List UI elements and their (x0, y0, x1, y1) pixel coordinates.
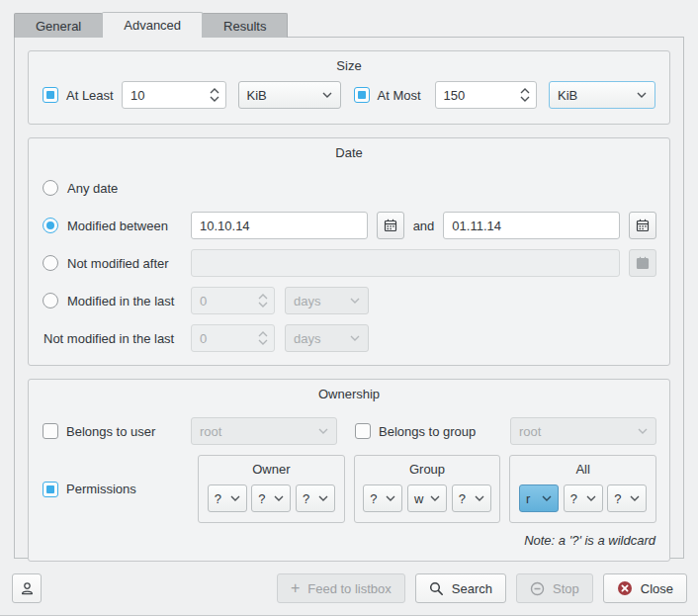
close-label: Close (641, 581, 673, 596)
any-date-radio[interactable] (43, 180, 58, 196)
advanced-tab-panel: Size At Least KiB (14, 37, 684, 559)
belongs-to-group-combo: root (510, 417, 656, 445)
tab-advanced[interactable]: Advanced (102, 12, 203, 38)
owner-exec-value: ? (303, 491, 309, 506)
ownership-groupbox: Ownership Belongs to user root Belongs t… (28, 379, 670, 562)
wildcard-note: Note: a '?' is a wildcard (29, 533, 655, 548)
tab-general[interactable]: General (14, 13, 103, 38)
modified-between-label: Modified between (67, 219, 168, 233)
belongs-to-user-value: root (200, 424, 221, 439)
owner-write-combo[interactable]: ? (251, 484, 291, 512)
not-modified-in-last-unit-value: days (294, 331, 320, 346)
at-least-spinbox[interactable] (122, 81, 225, 109)
belongs-to-user-combo: root (191, 417, 337, 445)
and-label: and (413, 219, 435, 233)
group-exec-combo[interactable]: ? (452, 484, 491, 512)
at-least-unit-value: KiB (247, 88, 267, 103)
chevron-down-icon (318, 428, 328, 434)
all-exec-combo[interactable]: ? (607, 484, 647, 512)
plus-icon: + (291, 580, 300, 596)
group-read-combo[interactable]: ? (363, 484, 402, 512)
calendar-picker-button[interactable] (377, 212, 404, 239)
size-group-title: Size (29, 51, 669, 77)
stop-button: Stop (516, 573, 593, 603)
calendar-icon (384, 219, 397, 232)
calendar-icon (636, 219, 650, 232)
all-permissions-groupbox: All r ? ? (509, 455, 656, 523)
at-most-unit-combo[interactable]: KiB (549, 81, 655, 109)
chevron-down-icon (322, 92, 332, 98)
date-groupbox: Date Any date Modified between (28, 137, 670, 366)
at-most-spinbox[interactable] (435, 81, 537, 109)
owner-permissions-title: Owner (199, 456, 344, 484)
modified-between-to-input[interactable] (443, 212, 620, 239)
owner-read-combo[interactable]: ? (208, 484, 247, 512)
modified-in-last-unit-value: days (294, 294, 320, 308)
search-button[interactable]: Search (415, 573, 506, 603)
all-exec-value: ? (614, 491, 621, 506)
chevron-down-icon (230, 495, 240, 501)
modified-in-last-label: Modified in the last (67, 294, 174, 308)
belongs-to-user-label: Belongs to user (66, 424, 155, 439)
at-most-unit-value: KiB (558, 88, 577, 103)
tab-results[interactable]: Results (202, 13, 288, 38)
all-read-combo[interactable]: r (519, 484, 559, 512)
group-write-combo[interactable]: w (407, 484, 447, 512)
chevron-down-icon (318, 495, 328, 501)
spinner-arrows-icon[interactable] (520, 81, 530, 109)
permissions-checkbox[interactable] (43, 482, 58, 497)
owner-read-value: ? (215, 491, 221, 506)
kfind-dialog: General Advanced Results Size At Least (0, 0, 698, 616)
owner-exec-combo[interactable]: ? (296, 484, 335, 512)
chevron-down-icon (350, 298, 360, 304)
chevron-down-icon (586, 495, 596, 501)
group-permissions-title: Group (355, 456, 500, 484)
permissions-label: Permissions (66, 482, 136, 496)
person-icon (20, 581, 35, 596)
search-icon (429, 581, 444, 596)
calendar-icon (636, 256, 650, 270)
size-groupbox: Size At Least KiB (28, 50, 670, 125)
at-most-label: At Most (378, 88, 421, 103)
date-group-title: Date (29, 138, 669, 164)
at-most-checkbox[interactable] (354, 87, 370, 103)
chevron-down-icon (638, 428, 648, 434)
all-permissions-title: All (510, 456, 655, 484)
at-least-unit-combo[interactable]: KiB (238, 81, 341, 109)
modified-in-last-unit-combo: days (285, 287, 369, 314)
modified-between-from-input[interactable] (191, 212, 368, 239)
belongs-to-group-label: Belongs to group (379, 424, 476, 439)
all-read-value: r (526, 491, 530, 506)
not-modified-in-last-spinbox (191, 324, 275, 352)
footer-button-bar: + Feed to listbox Search Stop (12, 573, 687, 603)
modified-between-radio[interactable] (43, 218, 58, 233)
modified-in-last-radio[interactable] (43, 293, 58, 308)
owner-write-value: ? (258, 491, 265, 506)
not-modified-in-last-unit-combo: days (285, 324, 369, 352)
feed-to-listbox-button: + Feed to listbox (277, 573, 405, 603)
at-least-label: At Least (66, 88, 114, 103)
calendar-picker-button[interactable] (629, 212, 656, 239)
group-read-value: ? (370, 491, 377, 506)
belongs-to-user-checkbox[interactable] (43, 423, 58, 439)
chevron-down-icon (350, 335, 360, 341)
spinner-arrows-icon (258, 287, 268, 314)
chevron-down-icon (430, 495, 440, 501)
not-modified-after-radio[interactable] (43, 255, 58, 271)
any-date-label: Any date (67, 181, 118, 196)
at-least-checkbox[interactable] (43, 87, 58, 103)
stop-icon (530, 581, 545, 596)
close-icon (617, 580, 633, 596)
feed-to-listbox-label: Feed to listbox (307, 581, 392, 596)
all-write-combo[interactable]: ? (564, 484, 603, 512)
belongs-to-group-checkbox[interactable] (355, 423, 371, 439)
spinner-arrows-icon (258, 324, 268, 352)
not-modified-after-label: Not modified after (67, 256, 169, 271)
close-button[interactable]: Close (603, 573, 687, 603)
chevron-down-icon (386, 495, 395, 501)
chevron-down-icon (274, 495, 284, 501)
ownership-group-title: Ownership (29, 380, 669, 405)
group-exec-value: ? (459, 491, 466, 506)
spinner-arrows-icon[interactable] (210, 81, 219, 109)
user-profile-button[interactable] (12, 573, 42, 603)
